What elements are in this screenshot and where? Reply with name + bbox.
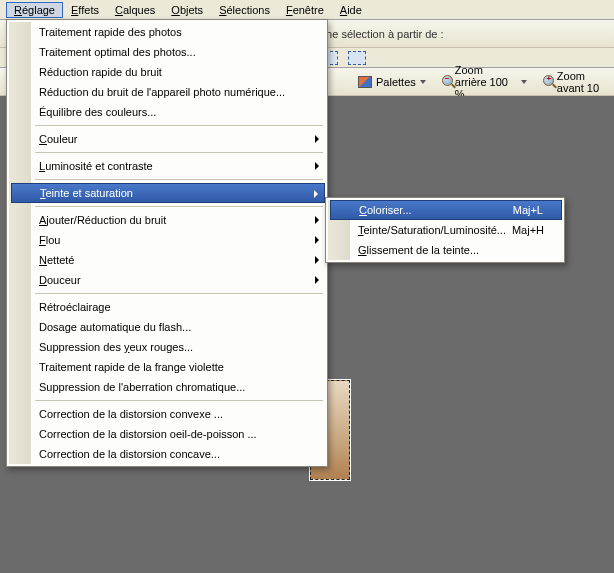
menu-item[interactable]: Suppression des yeux rouges... [33,337,325,357]
menu-item-label: Traitement optimal des photos... [39,46,196,58]
menu-item[interactable]: Luminosité et contraste [33,156,325,176]
menu-item[interactable]: Réduction du bruit de l'appareil photo n… [33,82,325,102]
menubar-item-effets[interactable]: Effets [63,2,107,18]
menubar-item-aide[interactable]: Aide [332,2,370,18]
chevron-right-icon [314,190,318,198]
menu-item-label: Coloriser... [359,204,412,216]
menu-item-label: Réduction rapide du bruit [39,66,162,78]
submenu-teinte-saturation: Coloriser...Maj+LTeinte/Saturation/Lumin… [325,197,565,263]
menu-item[interactable]: Couleur [33,129,325,149]
menu-separator [35,400,323,401]
menu-separator [35,206,323,207]
chevron-down-icon [420,80,426,84]
menu-item[interactable]: Traitement rapide des photos [33,22,325,42]
palettes-button[interactable]: Palettes [352,74,432,90]
magnifier-minus-icon: − [442,75,451,89]
chevron-right-icon [315,256,319,264]
menu-item[interactable]: Correction de la distorsion convexe ... [33,404,325,424]
menu-item[interactable]: Teinte/Saturation/Luminosité...Maj+H [352,220,562,240]
menubar-item-calques[interactable]: Calques [107,2,163,18]
magnifier-plus-icon: + [543,75,552,89]
zoom-in-button[interactable]: + Zoom avant 10 [537,68,612,96]
menu-item-label: Flou [39,234,60,246]
menu-item[interactable]: Coloriser...Maj+L [330,200,562,220]
menu-item-label: Dosage automatique du flash... [39,321,191,333]
menu-item-label: Correction de la distorsion concave... [39,448,220,460]
menubar-item-objets[interactable]: Objets [163,2,211,18]
menu-item-label: Douceur [39,274,81,286]
zoom-in-label: Zoom avant 10 [557,70,606,94]
menu-item[interactable]: Flou [33,230,325,250]
menu-item[interactable]: Correction de la distorsion concave... [33,444,325,464]
menu-item-label: Teinte/Saturation/Luminosité... [358,224,506,236]
menu-item-label: Réduction du bruit de l'appareil photo n… [39,86,285,98]
menu-item[interactable]: Traitement optimal des photos... [33,42,325,62]
chevron-right-icon [315,135,319,143]
menu-separator [35,179,323,180]
menu-item[interactable]: Rétroéclairage [33,297,325,317]
menu-item-label: Correction de la distorsion oeil-de-pois… [39,428,257,440]
selection-hint: une sélection à partir de : [320,28,444,40]
menu-item-label: Couleur [39,133,78,145]
menubar: Réglage Effets Calques Objets Sélections… [0,0,614,20]
chevron-right-icon [315,276,319,284]
menu-item-label: Correction de la distorsion convexe ... [39,408,223,420]
menu-item-shortcut: Maj+H [512,224,544,236]
chevron-right-icon [315,216,319,224]
chevron-right-icon [315,162,319,170]
menu-item-label: Traitement rapide de la frange violette [39,361,224,373]
menu-item-label: Teinte et saturation [40,187,133,199]
menu-gutter [9,22,31,464]
menu-item[interactable]: Équilibre des couleurs... [33,102,325,122]
menu-item[interactable]: Glissement de la teinte... [352,240,562,260]
menu-item[interactable]: Suppression de l'aberration chromatique.… [33,377,325,397]
menubar-item-reglage[interactable]: Réglage [6,2,63,18]
palettes-label: Palettes [376,76,416,88]
menubar-label: églage [22,4,55,16]
menu-item[interactable]: Douceur [33,270,325,290]
menu-item-label: Luminosité et contraste [39,160,153,172]
menu-separator [35,293,323,294]
menu-item-label: Suppression de l'aberration chromatique.… [39,381,245,393]
menu-item-label: Rétroéclairage [39,301,111,313]
menu-separator [35,152,323,153]
menu-item-label: Traitement rapide des photos [39,26,182,38]
menubar-item-fenetre[interactable]: Fenêtre [278,2,332,18]
menu-item[interactable]: Netteté [33,250,325,270]
menubar-item-selections[interactable]: Sélections [211,2,278,18]
menu-item-label: Glissement de la teinte... [358,244,479,256]
menu-reglage: Traitement rapide des photosTraitement o… [6,19,328,467]
palette-swatch-icon [358,76,372,88]
menu-item-label: Équilibre des couleurs... [39,106,156,118]
menu-item[interactable]: Réduction rapide du bruit [33,62,325,82]
menu-item[interactable]: Teinte et saturation [11,183,325,203]
menu-item[interactable]: Dosage automatique du flash... [33,317,325,337]
menu-separator [35,125,323,126]
menu-item-label: Ajouter/Réduction du bruit [39,214,166,226]
menu-item-shortcut: Maj+L [513,204,543,216]
menu-item[interactable]: Ajouter/Réduction du bruit [33,210,325,230]
zoom-out-label: Zoom arrière 100 % [455,64,518,100]
menu-item[interactable]: Correction de la distorsion oeil-de-pois… [33,424,325,444]
menu-item-label: Netteté [39,254,74,266]
chevron-down-icon [521,80,527,84]
chevron-right-icon [315,236,319,244]
menu-item-label: Suppression des yeux rouges... [39,341,193,353]
menu-item[interactable]: Traitement rapide de la frange violette [33,357,325,377]
